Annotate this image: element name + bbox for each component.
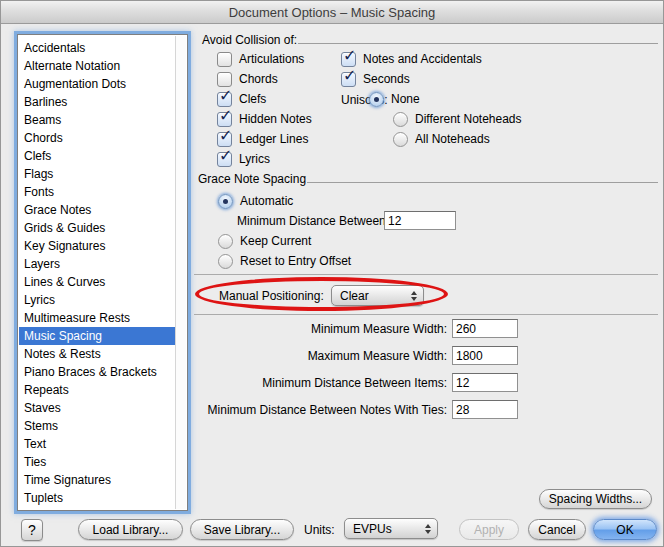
radio-selected-icon: [369, 92, 384, 107]
checkbox-seconds[interactable]: Seconds: [341, 69, 410, 89]
checkbox-label: Chords: [239, 72, 278, 86]
popup-arrows-icon: [425, 524, 431, 534]
minimum-distance-between-input[interactable]: [384, 211, 456, 230]
sidebar-item-accidentals[interactable]: Accidentals: [19, 39, 176, 57]
sidebar-item-grids-guides[interactable]: Grids & Guides: [19, 219, 176, 237]
category-list: Accidentals Alternate Notation Augmentat…: [17, 34, 188, 511]
radio-selected-icon: [218, 194, 233, 209]
separator: [194, 274, 658, 275]
save-library-button[interactable]: Save Library...: [190, 519, 294, 540]
minimum-distance-between-label: Minimum Distance Between:: [237, 214, 389, 228]
avoid-collision-heading: Avoid Collision of:: [202, 33, 297, 47]
checkbox-icon: [217, 52, 232, 67]
grace-note-spacing-group-header: Grace Note Spacing: [198, 172, 658, 186]
radio-label: Automatic: [240, 194, 293, 208]
cancel-button[interactable]: Cancel: [528, 519, 586, 540]
window-title: Document Options – Music Spacing: [229, 5, 436, 20]
sidebar-item-piano-braces-brackets[interactable]: Piano Braces & Brackets: [19, 363, 176, 381]
checkbox-articulations[interactable]: Articulations: [217, 49, 304, 69]
sidebar-item-staves[interactable]: Staves: [19, 399, 176, 417]
radio-label: Keep Current: [240, 234, 311, 248]
sidebar-item-time-signatures[interactable]: Time Signatures: [19, 471, 176, 489]
avoid-collision-group-header: Avoid Collision of:: [202, 33, 658, 47]
popup-value: EVPUs: [353, 522, 421, 536]
sidebar-item-text[interactable]: Text: [19, 435, 176, 453]
sidebar-item-chords[interactable]: Chords: [19, 129, 176, 147]
category-list-scrollbar[interactable]: [175, 36, 186, 509]
radio-label: Reset to Entry Offset: [240, 254, 351, 268]
checkbox-label: Lyrics: [239, 152, 270, 166]
sidebar-item-music-spacing[interactable]: Music Spacing: [19, 327, 176, 345]
sidebar-item-grace-notes[interactable]: Grace Notes: [19, 201, 176, 219]
units-popup[interactable]: EVPUs: [344, 518, 438, 539]
sidebar-item-lyrics[interactable]: Lyrics: [19, 291, 176, 309]
spacing-widths-button[interactable]: Spacing Widths...: [539, 489, 652, 509]
checkbox-icon: [217, 72, 232, 87]
radio-reset-to-entry-offset[interactable]: Reset to Entry Offset: [218, 251, 351, 271]
sidebar-item-multimeasure-rests[interactable]: Multimeasure Rests: [19, 309, 176, 327]
sidebar-item-fonts[interactable]: Fonts: [19, 183, 176, 201]
sidebar-item-alternate-notation[interactable]: Alternate Notation: [19, 57, 176, 75]
radio-icon: [393, 132, 408, 147]
popup-arrows-icon: [411, 291, 417, 301]
minimum-distance-between-notes-with-ties-input[interactable]: [452, 400, 518, 419]
sidebar-item-repeats[interactable]: Repeats: [19, 381, 176, 399]
manual-positioning-label: Manual Positioning:: [219, 289, 324, 303]
apply-button[interactable]: Apply: [459, 519, 519, 540]
document-options-dialog: Document Options – Music Spacing Acciden…: [0, 0, 664, 547]
radio-unisons-all-noteheads[interactable]: All Noteheads: [393, 129, 490, 149]
help-button[interactable]: ?: [21, 519, 43, 541]
minimum-distance-between-items-input[interactable]: [452, 373, 518, 392]
sidebar-item-tuplets[interactable]: Tuplets: [19, 489, 176, 507]
sidebar-item-layers[interactable]: Layers: [19, 255, 176, 273]
title-bar[interactable]: Document Options – Music Spacing: [1, 1, 663, 24]
load-library-button[interactable]: Load Library...: [78, 519, 183, 540]
checkbox-checked-icon: [341, 52, 356, 67]
ok-button[interactable]: OK: [593, 519, 657, 540]
checkbox-checked-icon: [217, 132, 232, 147]
category-list-items: Accidentals Alternate Notation Augmentat…: [19, 36, 176, 509]
checkbox-label: Articulations: [239, 52, 304, 66]
checkbox-label: Hidden Notes: [239, 112, 312, 126]
radio-icon: [218, 234, 233, 249]
sidebar-item-augmentation-dots[interactable]: Augmentation Dots: [19, 75, 176, 93]
manual-positioning-popup[interactable]: Clear: [331, 285, 424, 306]
sidebar-item-flags[interactable]: Flags: [19, 165, 176, 183]
radio-keep-current[interactable]: Keep Current: [218, 231, 311, 251]
radio-icon: [393, 112, 408, 127]
maximum-measure-width-input[interactable]: [452, 346, 518, 365]
checkbox-notes-and-accidentals[interactable]: Notes and Accidentals: [341, 49, 482, 69]
sidebar-item-beams[interactable]: Beams: [19, 111, 176, 129]
maximum-measure-width-label: Maximum Measure Width:: [196, 349, 447, 363]
checkbox-label: Seconds: [363, 72, 410, 86]
checkbox-label: Clefs: [239, 92, 266, 106]
sidebar-item-notes-rests[interactable]: Notes & Rests: [19, 345, 176, 363]
sidebar-item-key-signatures[interactable]: Key Signatures: [19, 237, 176, 255]
sidebar-item-lines-curves[interactable]: Lines & Curves: [19, 273, 176, 291]
sidebar-item-clefs[interactable]: Clefs: [19, 147, 176, 165]
radio-icon: [218, 254, 233, 269]
checkbox-checked-icon: [217, 152, 232, 167]
checkbox-label: Ledger Lines: [239, 132, 308, 146]
sidebar-item-ties[interactable]: Ties: [19, 453, 176, 471]
minimum-measure-width-label: Minimum Measure Width:: [196, 322, 447, 336]
checkbox-checked-icon: [341, 72, 356, 87]
checkbox-lyrics[interactable]: Lyrics: [217, 149, 270, 169]
radio-label: Different Noteheads: [415, 112, 522, 126]
grace-note-spacing-heading: Grace Note Spacing: [198, 172, 306, 186]
group-rule: [298, 43, 658, 44]
minimum-distance-between-items-label: Minimum Distance Between Items:: [196, 376, 447, 390]
separator: [194, 314, 658, 315]
units-label: Units:: [304, 523, 335, 537]
checkbox-checked-icon: [217, 112, 232, 127]
sidebar-item-barlines[interactable]: Barlines: [19, 93, 176, 111]
checkbox-checked-icon: [217, 92, 232, 107]
radio-unisons-none[interactable]: None: [369, 89, 420, 109]
popup-value: Clear: [340, 289, 407, 303]
group-rule: [307, 182, 658, 183]
radio-label: None: [391, 92, 420, 106]
sidebar-item-stems[interactable]: Stems: [19, 417, 176, 435]
radio-automatic[interactable]: Automatic: [218, 191, 293, 211]
minimum-measure-width-input[interactable]: [452, 319, 518, 338]
radio-unisons-different-noteheads[interactable]: Different Noteheads: [393, 109, 522, 129]
